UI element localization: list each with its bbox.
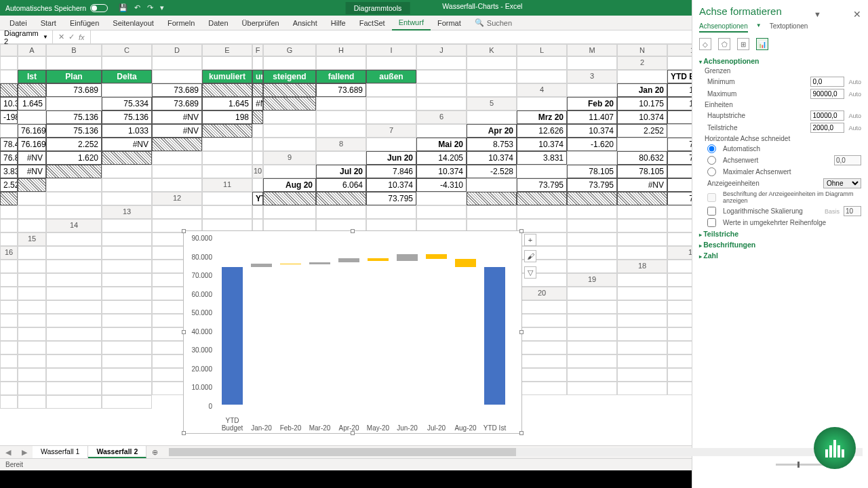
cell[interactable] (102, 368, 152, 382)
cell[interactable] (617, 273, 667, 287)
effects-icon[interactable]: ⬠ (718, 44, 730, 50)
cell[interactable] (263, 205, 316, 219)
embedded-chart[interactable]: 010.00020.00030.00040.00050.00060.00070.… (183, 230, 522, 434)
cell[interactable] (202, 83, 252, 97)
chart-bar[interactable] (397, 261, 417, 405)
cell[interactable] (252, 205, 263, 219)
chart-bar[interactable] (280, 264, 300, 405)
cell[interactable]: 10.374 (567, 124, 617, 138)
cell[interactable] (102, 56, 152, 70)
cell[interactable] (366, 205, 416, 219)
ribbon-tab-einfügen[interactable]: Einfügen (63, 16, 106, 30)
redo-icon[interactable]: ↷ (147, 3, 153, 12)
cell[interactable] (567, 327, 617, 341)
minimum-input[interactable] (810, 77, 844, 87)
cell[interactable] (517, 205, 567, 219)
undo-icon[interactable]: ↶ (134, 3, 140, 12)
cell[interactable] (18, 83, 46, 97)
ribbon-tab-ansicht[interactable]: Ansicht (286, 16, 324, 30)
cell[interactable] (102, 300, 152, 314)
chart-bar[interactable] (426, 254, 446, 259)
cell[interactable] (18, 300, 46, 314)
chart-bar[interactable] (251, 267, 271, 405)
ribbon-tab-datei[interactable]: Datei (3, 16, 34, 30)
cell[interactable]: Jan 20 (617, 83, 667, 97)
ribbon-tab-hilfe[interactable]: Hilfe (324, 16, 353, 30)
cell[interactable]: 1.645 (202, 97, 252, 110)
fx-icon[interactable]: fx (79, 33, 85, 41)
cell[interactable] (567, 260, 617, 273)
chart-styles-button[interactable]: 🖌 (524, 250, 536, 262)
cell[interactable] (0, 287, 18, 300)
cell[interactable] (517, 341, 567, 354)
chart-filter-button[interactable]: ▽ (524, 266, 536, 279)
cell[interactable]: 3.831 (0, 165, 18, 178)
cell[interactable] (617, 246, 667, 260)
size-icon[interactable]: ⊞ (737, 44, 749, 50)
cell[interactable]: 198 (202, 110, 252, 124)
cell[interactable]: -198 (0, 110, 18, 124)
cell[interactable] (517, 56, 567, 70)
cell[interactable] (0, 273, 18, 287)
cell[interactable] (18, 287, 46, 300)
section-axis-options[interactable]: Achsenoptionen (699, 57, 861, 65)
chart-bar[interactable] (368, 258, 388, 261)
chart-bar[interactable] (455, 259, 475, 267)
cell[interactable] (18, 354, 46, 368)
cell[interactable]: 10.374 (517, 138, 567, 151)
cell[interactable] (517, 300, 567, 314)
cell[interactable] (617, 327, 667, 341)
cell[interactable]: 10.374 (416, 165, 467, 178)
cell[interactable] (617, 232, 667, 246)
cell[interactable] (567, 83, 617, 97)
cell[interactable]: 1.620 (46, 151, 102, 165)
cell[interactable] (517, 70, 567, 83)
cell[interactable] (18, 395, 46, 409)
cell[interactable] (46, 97, 102, 110)
cell[interactable] (152, 138, 202, 151)
cell[interactable] (46, 232, 102, 246)
cell[interactable] (102, 192, 152, 205)
cell[interactable] (202, 56, 252, 70)
cell[interactable] (617, 382, 667, 395)
cell[interactable] (617, 341, 667, 354)
cell[interactable] (467, 205, 517, 219)
cell[interactable]: 8.753 (467, 138, 517, 151)
ribbon-tab-entwurf[interactable]: Entwurf (392, 16, 431, 30)
ribbon-tab-factset[interactable]: FactSet (353, 16, 392, 30)
chart-bar[interactable] (484, 267, 505, 405)
cell[interactable] (416, 97, 467, 110)
ribbon-tab-daten[interactable]: Daten (201, 16, 235, 30)
cell[interactable]: #NV (152, 124, 202, 138)
cell[interactable] (18, 219, 46, 232)
chart-bar[interactable] (397, 254, 417, 262)
cell[interactable]: Mai 20 (416, 138, 467, 151)
cell[interactable] (18, 382, 46, 395)
ribbon-tab-formeln[interactable]: Formeln (161, 16, 201, 30)
cell[interactable] (202, 205, 252, 219)
cell[interactable] (0, 368, 18, 382)
chart-bar[interactable] (426, 259, 446, 405)
cell[interactable] (18, 192, 46, 205)
cell[interactable] (18, 341, 46, 354)
cell[interactable]: 73.689 (152, 83, 202, 97)
cell[interactable] (102, 341, 152, 354)
cell[interactable]: 12.626 (517, 124, 567, 138)
cell[interactable] (567, 246, 617, 260)
cell[interactable] (467, 110, 517, 124)
cell[interactable] (316, 192, 366, 205)
cell[interactable] (18, 273, 46, 287)
cell[interactable]: 73.795 (517, 178, 567, 192)
cell[interactable]: 10.374 (366, 178, 416, 192)
cell[interactable] (0, 192, 18, 205)
crosses-auto-radio[interactable] (707, 144, 716, 153)
cell[interactable]: fallend (316, 70, 366, 83)
cell[interactable] (517, 219, 567, 232)
cell[interactable] (202, 124, 252, 138)
cell[interactable] (567, 341, 617, 354)
add-sheet-button[interactable]: ⊕ (146, 448, 163, 456)
cell[interactable] (102, 246, 152, 260)
chart-bar[interactable] (368, 261, 388, 405)
cell[interactable] (517, 165, 567, 178)
cell[interactable] (366, 97, 416, 110)
